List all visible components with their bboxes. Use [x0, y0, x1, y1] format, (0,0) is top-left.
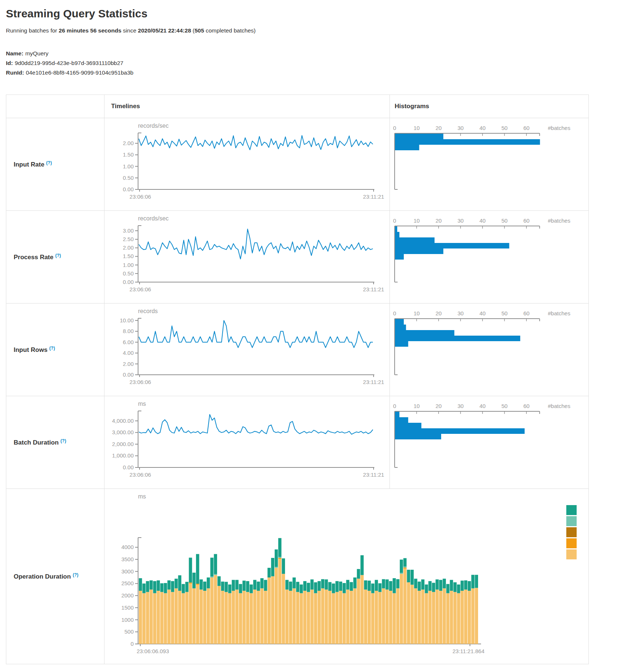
completed-count: 505 — [195, 27, 204, 34]
id-value: 9d0dd219-995d-423e-b97d-36931110bb27 — [15, 60, 123, 66]
svg-text:30: 30 — [457, 403, 464, 409]
svg-text:50: 50 — [501, 125, 508, 131]
svg-text:30: 30 — [457, 125, 464, 131]
svg-text:records: records — [138, 308, 158, 314]
svg-text:40: 40 — [480, 310, 486, 316]
process-rate-timeline-chart: records/sec0.000.501.001.502.002.503.002… — [104, 211, 389, 303]
svg-text:10: 10 — [413, 217, 420, 224]
svg-text:2000: 2000 — [121, 592, 134, 599]
svg-text:20: 20 — [436, 125, 442, 131]
svg-text:ms: ms — [138, 401, 146, 407]
svg-text:3500: 3500 — [121, 556, 134, 562]
input-rate-help-icon[interactable]: (?) — [46, 160, 52, 165]
input-rows-timeline-cell: records0.002.004.006.008.0010.0023:06:06… — [104, 304, 390, 396]
batch-duration-label: Batch Duration — [14, 439, 59, 446]
completed-suffix: completed batches) — [204, 27, 256, 34]
process-rate-help-icon[interactable]: (?) — [55, 253, 61, 258]
svg-text:1.00: 1.00 — [123, 163, 134, 169]
svg-text:0: 0 — [393, 125, 396, 131]
svg-text:3.00: 3.00 — [123, 227, 134, 234]
svg-text:10: 10 — [413, 403, 420, 409]
svg-text:30: 30 — [457, 310, 464, 316]
input-rows-timeline-chart: records0.002.004.006.008.0010.0023:06:06… — [104, 304, 389, 396]
table-header-row: Timelines Histograms — [6, 95, 588, 118]
query-id-line: Id:9d0dd219-995d-423e-b97d-36931110bb27 — [6, 58, 625, 68]
running-batches-summary: Running batches for 26 minutes 56 second… — [6, 27, 625, 34]
input-rows-row: Input Rows(?) records0.002.004.006.008.0… — [6, 303, 588, 396]
svg-text:4000: 4000 — [121, 544, 134, 550]
svg-text:23:06:06.093: 23:06:06.093 — [137, 648, 169, 654]
operation-duration-help-icon[interactable]: (?) — [73, 572, 78, 577]
svg-text:0: 0 — [131, 641, 134, 647]
operation-duration-chart-cell: ms0500100015002000250030003500400023:06:… — [104, 489, 588, 664]
input-rate-timeline-chart: records/sec0.000.501.001.502.0023:06:062… — [104, 118, 389, 210]
svg-text:23:06:06: 23:06:06 — [130, 286, 151, 292]
input-rows-histogram-cell: 0102030405060#batches — [390, 304, 588, 396]
since-text: since — [121, 27, 138, 34]
query-name-line: Name:myQuery — [6, 49, 625, 58]
svg-text:2.00: 2.00 — [123, 361, 134, 367]
svg-text:2.50: 2.50 — [123, 236, 134, 242]
svg-text:0: 0 — [393, 403, 396, 409]
svg-text:50: 50 — [501, 403, 508, 409]
svg-text:0.50: 0.50 — [123, 175, 134, 181]
svg-text:60: 60 — [523, 403, 530, 409]
runid-value: 04e101e6-8bf8-4165-9099-9104c951ba3b — [26, 69, 133, 76]
svg-text:3000: 3000 — [121, 568, 134, 575]
svg-text:0: 0 — [393, 310, 396, 316]
svg-text:2.00: 2.00 — [123, 140, 134, 146]
svg-text:23:11:21: 23:11:21 — [363, 193, 384, 200]
svg-text:0.00: 0.00 — [123, 371, 134, 378]
input-rate-timeline-cell: records/sec0.000.501.001.502.0023:06:062… — [104, 118, 390, 210]
svg-text:6.00: 6.00 — [123, 339, 134, 345]
svg-text:1.00: 1.00 — [123, 262, 134, 268]
operation-duration-label: Operation Duration — [14, 573, 71, 580]
input-rate-histogram-cell: 0102030405060#batches — [390, 118, 588, 210]
svg-text:2,000.00: 2,000.00 — [112, 441, 134, 447]
input-rate-label: Input Rate — [14, 161, 44, 168]
svg-text:10.00: 10.00 — [120, 317, 134, 323]
input-rows-help-icon[interactable]: (?) — [49, 346, 55, 351]
header-histograms: Histograms — [390, 95, 588, 118]
svg-text:50: 50 — [501, 310, 508, 316]
svg-text:60: 60 — [523, 310, 530, 316]
batch-duration-timeline-cell: ms0.001,000.002,000.003,000.004,000.0023… — [104, 396, 390, 488]
svg-text:40: 40 — [480, 217, 486, 224]
operation-duration-chart: ms0500100015002000250030003500400023:06:… — [104, 489, 588, 664]
svg-text:1500: 1500 — [121, 604, 134, 611]
query-meta: Name:myQuery Id:9d0dd219-995d-423e-b97d-… — [6, 49, 625, 78]
svg-text:0.00: 0.00 — [123, 186, 134, 192]
svg-text:8.00: 8.00 — [123, 328, 134, 334]
svg-text:1000: 1000 — [121, 617, 134, 623]
input-rows-histogram-chart: 0102030405060#batches — [390, 304, 588, 396]
svg-text:3,000.00: 3,000.00 — [112, 429, 134, 435]
svg-text:23:11:21: 23:11:21 — [363, 472, 384, 478]
process-rate-histogram-chart: 0102030405060#batches — [390, 211, 588, 303]
operation-duration-row: Operation Duration(?) ms0500100015002000… — [6, 488, 588, 664]
svg-text:1.50: 1.50 — [123, 151, 134, 158]
svg-text:2500: 2500 — [121, 580, 134, 586]
svg-text:20: 20 — [436, 403, 442, 409]
svg-text:ms: ms — [138, 493, 146, 500]
operation-duration-label-cell: Operation Duration(?) — [6, 489, 104, 664]
process-rate-label-cell: Process Rate(?) — [6, 211, 104, 303]
svg-text:40: 40 — [480, 403, 486, 409]
batch-duration-row: Batch Duration(?) ms0.001,000.002,000.00… — [6, 396, 588, 488]
process-rate-timeline-cell: records/sec0.000.501.001.502.002.503.002… — [104, 211, 390, 303]
paren-open: ( — [191, 27, 195, 34]
svg-text:500: 500 — [124, 628, 134, 635]
input-rows-label-cell: Input Rows(?) — [6, 304, 104, 396]
svg-text:4,000.00: 4,000.00 — [112, 418, 134, 424]
svg-text:1.50: 1.50 — [123, 253, 134, 259]
svg-text:1,000.00: 1,000.00 — [112, 452, 134, 459]
svg-text:60: 60 — [523, 125, 530, 131]
batch-duration-histogram-chart: 0102030405060#batches — [390, 396, 588, 488]
svg-text:50: 50 — [501, 217, 508, 224]
svg-text:4.00: 4.00 — [123, 350, 134, 356]
batch-duration-help-icon[interactable]: (?) — [61, 438, 66, 443]
batch-duration-histogram-cell: 0102030405060#batches — [390, 396, 588, 488]
id-label: Id: — [6, 60, 13, 66]
query-runid-line: RunId:04e101e6-8bf8-4165-9099-9104c951ba… — [6, 68, 625, 78]
process-rate-row: Process Rate(?) records/sec0.000.501.001… — [6, 210, 588, 303]
input-rows-label: Input Rows — [14, 346, 48, 353]
